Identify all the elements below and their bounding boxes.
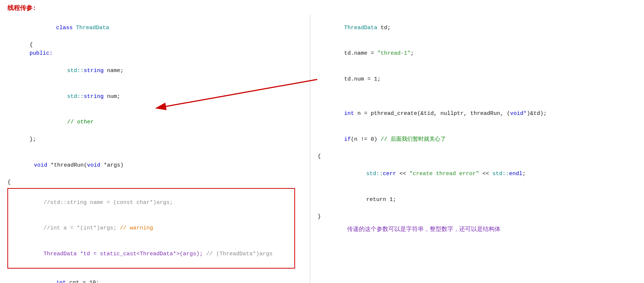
warning-label: // warning [120,225,153,231]
left-panel: class ThreadData { public: std::string n… [7,15,310,283]
if-check-line: if(n != 0) // 后面我们暂时就关心了 [318,127,642,153]
code-line: } [318,212,642,221]
code-line: { [7,41,302,49]
code-line: std::string num; [7,83,302,109]
code-line: { [7,178,302,187]
annotation-text: 传递的这个参数可以是字符串，整型数字，还可以是结构体 [318,225,642,234]
code-line: int cnt = 10; [7,270,302,283]
commented-line1: //std::string name = (const char*)args; [10,190,292,215]
right-panel: ThreadData td; td.name = "thread-1"; td.… [310,15,642,283]
blank-line [318,92,642,101]
keyword: class [56,25,76,31]
page-container: 线程传参: class ThreadData { public: std::st… [7,4,644,283]
code-line: // other [7,109,302,135]
td-num-assign: td.num = 1; [318,67,642,92]
code-line [7,144,302,152]
code-line: class ThreadData [7,15,302,41]
page-title: 线程传参: [7,4,644,13]
code-line: public: [7,49,302,58]
classname: ThreadData [76,25,109,31]
cerr-line: std::cerr << "create thread error" << st… [318,161,642,187]
return1-line: return 1; [318,187,642,212]
code-line: }; [7,135,302,144]
commented-line2: //int a = *(int*)args; // warning [10,215,292,241]
threaddata-decl: ThreadData td; [318,15,642,41]
td-name-assign: td.name = "thread-1"; [318,41,642,67]
pthread-create-line: int n = pthread_create(&tid, nullptr, th… [318,101,642,127]
code-line: { [318,152,642,161]
threadrun-signature: void *threadRun(void *args) [7,152,302,178]
active-cast-line: ThreadData *td = static_cast<ThreadData*… [10,241,292,267]
code-line: std::string name; [7,58,302,84]
highlight-box: //std::string name = (const char*)args; … [7,188,295,268]
code-area: class ThreadData { public: std::string n… [7,15,644,283]
